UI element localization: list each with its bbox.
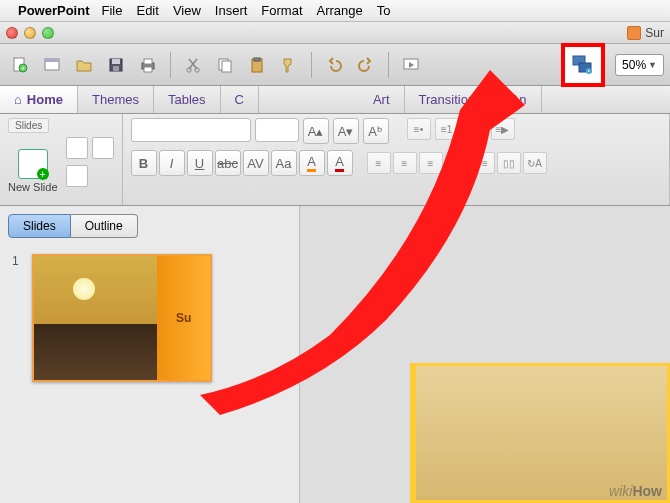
- template-icon[interactable]: [38, 51, 66, 79]
- tab-animations-cut[interactable]: An: [497, 86, 542, 113]
- watermark: wikiHow: [609, 483, 662, 499]
- minimize-button[interactable]: [24, 27, 36, 39]
- indent-inc-icon[interactable]: ≡▶: [491, 118, 515, 140]
- text-direction-icon[interactable]: ↻A: [523, 152, 547, 174]
- slide-editor[interactable]: [300, 206, 670, 503]
- new-doc-icon[interactable]: +: [6, 51, 34, 79]
- panel-tab-outline[interactable]: Outline: [71, 214, 138, 238]
- document-title: Sur: [627, 26, 664, 40]
- font-color-button[interactable]: A: [327, 150, 353, 176]
- save-icon[interactable]: [102, 51, 130, 79]
- zoom-control[interactable]: 50% ▼: [615, 54, 664, 76]
- italic-label: I: [170, 156, 174, 171]
- tab-charts-cut[interactable]: C: [221, 86, 259, 113]
- underline-label: U: [195, 156, 204, 171]
- align-right-icon[interactable]: ≡: [419, 152, 443, 174]
- tab-tables[interactable]: Tables: [154, 86, 221, 113]
- separator: [388, 52, 389, 78]
- zoom-button[interactable]: [42, 27, 54, 39]
- doc-title-text: Sur: [645, 26, 664, 40]
- align-left-icon[interactable]: ≡: [367, 152, 391, 174]
- app-name[interactable]: PowerPoint: [18, 3, 90, 18]
- tab-home-label: Home: [27, 92, 63, 107]
- layout-cell[interactable]: [92, 137, 114, 159]
- slide-thumbnail-row: 1 Su: [12, 254, 287, 382]
- grow-font-icon[interactable]: A▴: [303, 118, 329, 144]
- media-browser-icon[interactable]: [567, 49, 599, 81]
- layout-cell[interactable]: [66, 137, 88, 159]
- tab-smartart-cut[interactable]: Art: [359, 86, 405, 113]
- zoom-value: 50%: [622, 58, 646, 72]
- quick-toolbar: + 50% ▼: [0, 44, 670, 86]
- bullets-icon[interactable]: ≡•: [407, 118, 431, 140]
- svg-text:+: +: [21, 65, 25, 72]
- new-slide-button[interactable]: New Slide: [8, 149, 58, 193]
- redo-icon[interactable]: [352, 51, 380, 79]
- paste-icon[interactable]: [243, 51, 271, 79]
- indent-dec-icon[interactable]: ◀≡: [463, 118, 487, 140]
- home-icon: ⌂: [14, 92, 22, 107]
- columns-icon[interactable]: ▯▯: [497, 152, 521, 174]
- align-center-icon[interactable]: ≡: [393, 152, 417, 174]
- italic-button[interactable]: I: [159, 150, 185, 176]
- thumb-sun: [73, 278, 95, 300]
- chevron-down-icon: ▼: [648, 60, 657, 70]
- thumb-sky: [34, 256, 157, 324]
- highlight-label: A: [307, 154, 316, 172]
- thumbnail-list: 1 Su: [0, 246, 299, 390]
- layout-cell[interactable]: [66, 165, 88, 187]
- svg-rect-7: [113, 66, 119, 71]
- cut-icon[interactable]: [179, 51, 207, 79]
- window-titlebar: Sur: [0, 22, 670, 44]
- open-icon[interactable]: [70, 51, 98, 79]
- font-family-select[interactable]: [131, 118, 251, 142]
- svg-rect-9: [144, 59, 152, 64]
- undo-icon[interactable]: [320, 51, 348, 79]
- thumb-title: Su: [157, 256, 210, 380]
- menu-edit[interactable]: Edit: [136, 3, 158, 18]
- slideshow-icon[interactable]: [397, 51, 425, 79]
- menu-cut[interactable]: To: [377, 3, 391, 18]
- strike-button[interactable]: abc: [215, 150, 241, 176]
- panel-tab-slides[interactable]: Slides: [8, 214, 71, 238]
- thumb-beach: [34, 324, 157, 380]
- font-size-select[interactable]: [255, 118, 299, 142]
- ribbon-group-slides: Slides New Slide: [0, 114, 123, 205]
- svg-rect-10: [144, 67, 152, 72]
- highlight-color-button[interactable]: A: [299, 150, 325, 176]
- spacing-icon[interactable]: AV: [243, 150, 269, 176]
- justify-icon[interactable]: ≡: [445, 152, 469, 174]
- ribbon: Slides New Slide A▴ A▾ Aᵇ ≡• ≡1 ◀≡ ≡▶: [0, 114, 670, 206]
- slide-thumbnail-1[interactable]: Su: [32, 254, 212, 382]
- menu-format[interactable]: Format: [261, 3, 302, 18]
- font-color-label: A: [335, 154, 344, 172]
- close-button[interactable]: [6, 27, 18, 39]
- underline-button[interactable]: U: [187, 150, 213, 176]
- line-spacing-icon[interactable]: ↕≡: [471, 152, 495, 174]
- menu-insert[interactable]: Insert: [215, 3, 248, 18]
- watermark-suffix: How: [632, 483, 662, 499]
- menu-arrange[interactable]: Arrange: [317, 3, 363, 18]
- group-label-slides: Slides: [8, 118, 49, 133]
- tab-themes[interactable]: Themes: [78, 86, 154, 113]
- clear-format-icon[interactable]: Aᵇ: [363, 118, 389, 144]
- shrink-font-icon[interactable]: A▾: [333, 118, 359, 144]
- panel-tabs: Slides Outline: [0, 206, 299, 246]
- print-icon[interactable]: [134, 51, 162, 79]
- slide-canvas[interactable]: [410, 363, 670, 503]
- change-case-button[interactable]: Aa: [271, 150, 297, 176]
- copy-icon[interactable]: [211, 51, 239, 79]
- tab-home[interactable]: ⌂Home: [0, 86, 78, 113]
- media-browser-highlight: [561, 43, 605, 87]
- bold-button[interactable]: B: [131, 150, 157, 176]
- ribbon-tabs: ⌂Home Themes Tables C Art Transitions An: [0, 86, 670, 114]
- tab-transitions[interactable]: Transitions: [405, 86, 497, 113]
- separator: [311, 52, 312, 78]
- menu-view[interactable]: View: [173, 3, 201, 18]
- menu-file[interactable]: File: [102, 3, 123, 18]
- new-slide-label: New Slide: [8, 181, 58, 193]
- slide-number: 1: [12, 254, 24, 268]
- numbering-icon[interactable]: ≡1: [435, 118, 459, 140]
- ribbon-group-font: A▴ A▾ Aᵇ ≡• ≡1 ◀≡ ≡▶ B I U abc AV Aa A A…: [123, 114, 670, 205]
- format-painter-icon[interactable]: [275, 51, 303, 79]
